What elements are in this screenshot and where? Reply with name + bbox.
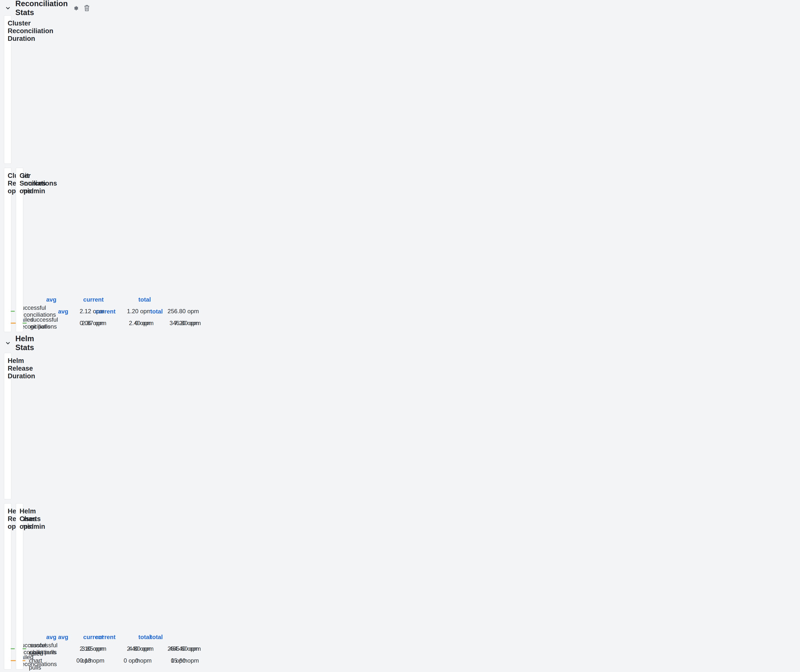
legend-value: 0 opm — [94, 657, 141, 664]
legend-col-header[interactable]: total — [117, 308, 164, 315]
legend-value: 0 opm — [141, 657, 189, 664]
panel-git-sources-ops: Git Sources ops/min 1.0 opm1.5 opm2.0 op… — [16, 168, 23, 332]
legend: avgcurrenttotalsuccessful chart pulls3.8… — [19, 631, 24, 667]
series-color-dash — [22, 323, 27, 324]
panel-cluster-reconciliation-duration: Cluster Reconciliation Duration 7.5 s8.0… — [4, 15, 11, 164]
legend-col-header[interactable]: total — [117, 634, 164, 641]
legend: avgcurrenttotalsuccessful reconciliation… — [8, 631, 12, 667]
series-color-dash — [11, 311, 15, 312]
legend: avgcurrenttotalsuccessful git pulls2.87 … — [19, 306, 24, 330]
legend-value: 4.80 opm — [108, 645, 155, 652]
row-helm-ops: Helm Releases ops/min 0 opm0.5 opm1.0 op… — [4, 503, 11, 670]
legend-col-header[interactable]: avg — [22, 634, 70, 641]
legend-col-header[interactable]: current — [58, 296, 105, 303]
legend-value: 465.60 opm — [155, 645, 202, 652]
legend-value: 346.80 opm — [155, 320, 202, 326]
legend-col-header[interactable]: total — [105, 296, 152, 303]
legend-value: 2.87 opm — [61, 320, 108, 326]
legend-col-header[interactable]: current — [70, 308, 117, 315]
legend-value: 0 opm — [47, 657, 94, 664]
chevron-down-icon[interactable] — [5, 5, 11, 11]
series-color-dash — [11, 323, 16, 324]
panel-helm-charts-ops: Helm Charts ops/min 0 opm1 opm2 opm3 opm… — [16, 503, 23, 670]
section-helm-stats[interactable]: Helm Stats — [4, 337, 11, 349]
series-color-dash — [22, 648, 26, 649]
chevron-down-icon[interactable] — [5, 340, 11, 346]
legend-value: 3.85 opm — [61, 645, 108, 652]
series-color-dash — [11, 660, 16, 661]
section-title: Helm Stats — [15, 334, 34, 352]
legend-series-label[interactable]: failed chart pulls — [29, 650, 47, 671]
legend-series-label[interactable]: successful git pulls — [30, 316, 61, 330]
section-title: Reconciliation Stats — [15, 0, 68, 17]
section-reconciliation-stats[interactable]: Reconciliation Stats — [4, 2, 11, 14]
gear-icon[interactable] — [72, 5, 79, 12]
panel-cluster-reconciliations-ops: Cluster Reconciliations ops/min 0 opm1 o… — [4, 168, 11, 332]
series-color-dash — [22, 660, 26, 661]
legend-col-header[interactable]: current — [70, 634, 117, 641]
trash-icon[interactable] — [83, 5, 90, 12]
legend-value: 2.40 opm — [108, 320, 155, 326]
series-color-dash — [11, 648, 15, 649]
panel-helm-release-duration: Helm Release Duration 0 ns500 ms1.0 s1.5… — [4, 353, 11, 499]
dashboard: Reconciliation Stats Cluster Reconciliat… — [4, 2, 11, 3]
row-reconciliation-ops: Cluster Reconciliations ops/min 0 opm1 o… — [4, 168, 11, 332]
legend: avgcurrenttotalsuccessful reconciliation… — [8, 294, 12, 330]
panel-helm-releases-ops: Helm Releases ops/min 0 opm0.5 opm1.0 op… — [4, 503, 11, 670]
legend-col-header[interactable]: avg — [22, 308, 70, 315]
